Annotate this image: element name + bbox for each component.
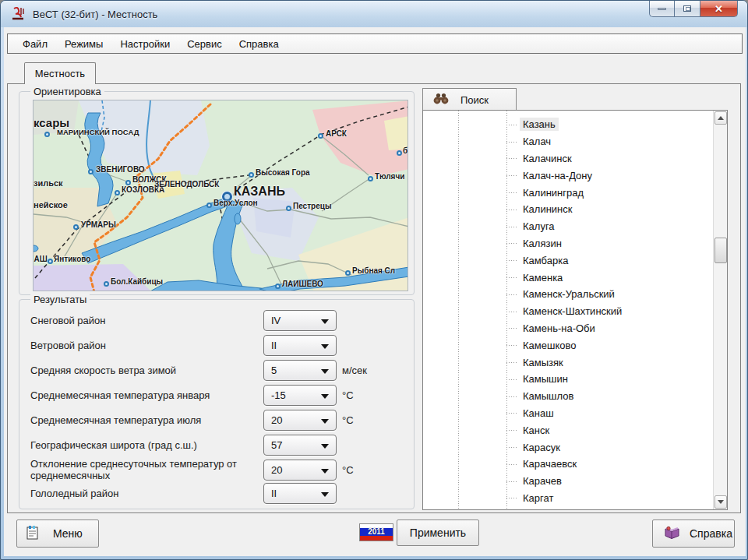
tree-item[interactable]: Калининград [423, 184, 711, 201]
daily-temp-deviation-label: Отклонение среднесуточных температур от … [30, 458, 260, 481]
flag-red-stripe [360, 536, 393, 541]
book-icon [664, 526, 680, 542]
orientation-group: Ориентировка [19, 91, 415, 295]
menu-item-settings[interactable]: Настройки [111, 36, 178, 52]
menu-button-label: Меню [53, 527, 83, 540]
scroll-down-button[interactable] [714, 495, 727, 509]
map-city-label: Тюлячи [375, 173, 404, 181]
city-marker [73, 224, 79, 230]
tree-connector [506, 243, 517, 244]
tree-item[interactable]: Камышин [423, 371, 711, 388]
chevron-down-icon [321, 444, 329, 449]
january-temp-value: -15 [271, 389, 286, 401]
scrollbar-thumb[interactable] [714, 238, 727, 263]
menu-item-service[interactable]: Сервис [178, 36, 231, 52]
tree-item[interactable]: Каменка [423, 269, 711, 286]
result-row-wind-region: Ветровой районII [19, 335, 414, 361]
tree-connector [506, 413, 517, 414]
latitude-label: Географическая широта (град с.ш.) [30, 435, 260, 456]
snow-region-dropdown[interactable]: IV [263, 310, 337, 331]
tree-item[interactable]: Калачинск [423, 150, 711, 167]
tree-connector [506, 345, 517, 346]
january-temp-dropdown[interactable]: -15 [263, 385, 337, 406]
tree-item-label: Канск [520, 424, 552, 437]
tree-item-label: Карачаевск [520, 457, 580, 470]
map-city-label: Высокая Гора [256, 169, 310, 177]
help-button[interactable]: Справка [652, 519, 735, 548]
tree-connector [506, 396, 517, 397]
menu-item-help[interactable]: Справка [231, 36, 288, 52]
tree-item[interactable]: Казань [423, 116, 711, 133]
apply-button-label: Применить [410, 527, 466, 539]
city-marker [286, 206, 291, 211]
titlebar[interactable]: ВеСТ (32-бит) - Местность ✕ [1, 1, 747, 27]
result-row-winter-wind-speed: Средняя скорость ветра зимой5м/сек [19, 360, 414, 386]
year-flag-badge: 2011 [359, 523, 393, 541]
latitude-value: 57 [271, 439, 282, 451]
result-row-ice-region: Гололедный районII [19, 483, 414, 509]
january-temp-label: Среднемесячная температура января [30, 385, 260, 406]
tree-item[interactable]: Камызяк [423, 354, 711, 371]
tree-scrollbar[interactable] [713, 111, 727, 509]
menu-item-file[interactable]: Файл [14, 36, 56, 52]
tree-item-label: Каменка [520, 271, 566, 284]
map-city-label: Янтиково [54, 255, 90, 263]
latitude-dropdown[interactable]: 57 [263, 435, 337, 456]
app-window: ВеСТ (32-бит) - Местность ✕ ФайлРежимыНа… [0, 0, 748, 560]
result-row-daily-temp-deviation: Отклонение среднесуточных температур от … [19, 460, 414, 485]
tree-item[interactable]: Каменск-Уральский [423, 286, 711, 303]
year-label: 2011 [368, 528, 385, 536]
tree-item[interactable]: Камешково [423, 336, 711, 354]
search-button[interactable]: Поиск [422, 88, 517, 111]
daily-temp-deviation-unit: °С [342, 460, 354, 481]
tree-item[interactable]: Калач-на-Дону [423, 167, 711, 184]
tree-item-label: Каргат [520, 491, 556, 505]
chevron-down-icon [321, 344, 329, 349]
scroll-up-button[interactable] [714, 111, 727, 125]
tree-item[interactable]: Карасук [423, 438, 711, 456]
minimize-button[interactable] [649, 1, 674, 17]
wind-region-dropdown[interactable]: II [263, 335, 337, 356]
map-city-label: нейское [34, 201, 68, 210]
menu-item-modes[interactable]: Режимы [56, 36, 111, 52]
map-city-label: ЛАИШЕВО [282, 280, 323, 288]
tree-item[interactable]: Карачев [423, 473, 711, 490]
tree-connector [506, 481, 517, 482]
result-row-latitude: Географическая широта (град с.ш.)57 [19, 435, 414, 460]
tab-mestnost[interactable]: Местность [24, 62, 96, 84]
maximize-button[interactable] [674, 1, 700, 17]
daily-temp-deviation-dropdown[interactable]: 20 [263, 460, 337, 481]
tree-item[interactable]: Калининск [423, 201, 711, 218]
binoculars-icon [432, 93, 450, 107]
tree-item[interactable]: Калач [423, 133, 711, 150]
tree-item[interactable]: Камень-на-Оби [423, 320, 711, 337]
tree-connector [506, 227, 517, 227]
menu-button[interactable]: Меню [16, 519, 99, 548]
tree-connector [506, 328, 517, 329]
help-button-label: Справка [690, 527, 732, 540]
tree-item[interactable]: Карачаевск [423, 456, 711, 473]
ice-region-dropdown[interactable]: II [263, 483, 337, 504]
city-marker [318, 133, 323, 139]
city-tree: КазаньКалачКалачинскКалач-на-ДонуКалинин… [422, 110, 728, 510]
orientation-map[interactable]: ксарыМАРИИНСКИЙ ПОСАДЗВЕНИГОВОАРСКбогВыс… [33, 100, 408, 291]
tree-item[interactable]: Калязин [423, 235, 711, 252]
tree-connector [506, 175, 517, 176]
apply-button[interactable]: Применить [397, 519, 479, 546]
tree-item[interactable]: Канаш [423, 405, 711, 422]
tree-item[interactable]: Каргат [423, 490, 711, 507]
july-temp-dropdown[interactable]: 20 [263, 410, 337, 431]
tree-item-label: Каменск-Уральский [520, 287, 618, 301]
tree-item[interactable]: Камышлов [423, 388, 711, 405]
client-area: ФайлРежимыНастройкиСервисСправка Местнос… [4, 27, 746, 556]
tree-item[interactable]: Калуга [423, 218, 711, 235]
tree-item[interactable]: Камбарка [423, 252, 711, 269]
tree-item[interactable]: Канск [423, 421, 711, 438]
map-city-label: Пестрецы [293, 203, 331, 210]
city-marker [88, 169, 94, 174]
menu-bar: ФайлРежимыНастройкиСервисСправка [7, 33, 743, 54]
winter-wind-speed-dropdown[interactable]: 5 [263, 360, 337, 381]
tree-item[interactable]: Каменск-Шахтинский [423, 303, 711, 320]
close-button[interactable]: ✕ [700, 1, 738, 17]
tree-item-label: Калач-на-Дону [520, 169, 595, 182]
